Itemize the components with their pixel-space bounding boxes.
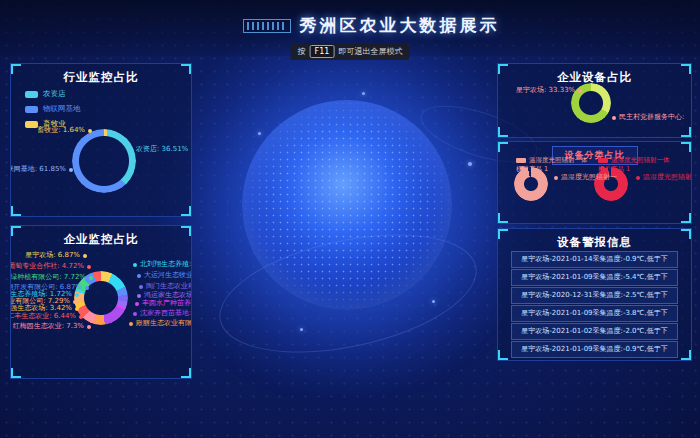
legend-item[interactable]: 农资店	[25, 89, 81, 99]
industry-ratio-panel: 行业监控占比 农资店 物联网基地 畜牧业 畜牧业: 1.64% 农资店: 36.…	[10, 63, 192, 217]
device-ratio-panel: 企业设备占比 星宇农场: 33.33% 民主村党群服务中心:	[497, 63, 692, 138]
chart-label: 星宇农场: 6.87%	[25, 252, 87, 259]
label-dot	[135, 302, 139, 306]
alarm-row[interactable]: 星宇农场-2021-01-14采集温度:-0.9℃,低于下限:0℃	[511, 251, 678, 268]
tip-prefix: 按	[298, 46, 306, 57]
device-classification-panel: 设备分类占比 温湿度光照辐射一体机类产品 1 温湿度光照辐射一体机类产品 1 温…	[497, 141, 692, 224]
f11-key: F11	[310, 45, 335, 58]
chart-label: 民主村党群服务中心:	[612, 114, 684, 121]
alarm-row[interactable]: 星宇农场-2021-01-09采集温度:-3.8℃,低于下限:0℃	[511, 305, 678, 322]
alarm-row[interactable]: 星宇农场-2020-12-31采集温度:-2.5℃,低于下限:0℃	[511, 287, 678, 304]
chart-label: 大运河生态牧业有限责任公	[137, 272, 192, 279]
industry-legend: 农资店 物联网基地 畜牧业	[25, 89, 81, 129]
legend-swatch	[598, 158, 608, 163]
chart-label: 北刘翔生态养殖: 11.16%	[133, 261, 192, 268]
label-dot	[87, 265, 91, 269]
legend-swatch	[25, 106, 38, 113]
label-dot	[554, 176, 558, 180]
label-dot	[83, 254, 87, 258]
chart-label: 温湿度光照辐射一	[636, 174, 692, 181]
alarm-row[interactable]: 星宇农场-2021-01-09采集温度:-5.4℃,低于下限:0℃	[511, 269, 678, 286]
chart-label: 物联网基地: 61.85%	[10, 166, 73, 173]
device-alarm-panel: 设备警报信息 星宇农场-2021-01-14采集温度:-0.9℃,低于下限:0℃…	[497, 228, 692, 361]
label-dot	[578, 89, 582, 93]
label-dot	[133, 312, 137, 316]
label-dot	[75, 293, 79, 297]
label-dot	[87, 325, 91, 329]
legend-swatch	[25, 121, 38, 128]
legend-label: 农资店	[43, 89, 66, 99]
label-dot	[129, 148, 133, 152]
label-dot	[137, 294, 141, 298]
legend-swatch	[516, 158, 526, 163]
chart-label: 沈家弄西苗基地: 15.02%	[133, 310, 192, 317]
fullscreen-tip: 按 F11 即可退出全屏模式	[291, 43, 410, 60]
chart-label: 李强生态农场: 3.42%	[10, 305, 79, 312]
legend-swatch	[25, 91, 38, 98]
chart-label: 家绿种植有限公司: 7.72%	[10, 274, 93, 281]
chart-label: 鸿运家生态农场: 4.29	[137, 292, 192, 299]
industry-panel-title: 行业监控占比	[11, 70, 191, 85]
label-dot	[79, 315, 83, 319]
enterprise-ratio-panel: 企业监控占比 星宇农场: 6.87% 红霞葡萄专业合作社: 4.72% 家绿种植…	[10, 225, 192, 379]
label-dot	[85, 286, 89, 290]
alarm-panel-title: 设备警报信息	[498, 235, 691, 250]
dashboard-root: 秀洲区农业大数据展示 按 F11 即可退出全屏模式 行业监控占比 农资店 物联网…	[0, 0, 700, 438]
satellite-dot	[600, 166, 605, 171]
tip-suffix: 即可退出全屏模式	[338, 46, 402, 57]
label-dot	[89, 276, 93, 280]
industry-donut-chart[interactable]	[72, 129, 136, 193]
chart-label: 仁丰生态农业: 6.44%	[10, 313, 83, 320]
label-dot	[133, 263, 137, 267]
chart-label: 丰圆水产种苗养殖场: 1.	[135, 300, 192, 307]
label-dot	[129, 322, 133, 326]
satellite-dot	[520, 166, 525, 171]
chart-label: 红梅园生态农业: 7.3%	[13, 323, 91, 330]
alarm-row[interactable]: 星宇农场-2021-01-02采集温度:-2.0℃,低于下限:0℃	[511, 323, 678, 340]
label-dot	[137, 274, 141, 278]
chart-label: 殿丽生态农业有限公司: 6.87%	[129, 320, 192, 327]
chart-label: 红霞葡萄专业合作社: 4.72%	[10, 263, 91, 270]
chart-label: 农资店: 36.51%	[129, 146, 188, 153]
brand-logo	[243, 19, 291, 33]
chart-label: 畜牧业: 1.64%	[37, 127, 92, 134]
legend-label: 物联网基地	[43, 104, 81, 114]
page-title: 秀洲区农业大数据展示	[300, 14, 500, 37]
label-dot	[88, 129, 92, 133]
classification-donut-left[interactable]	[514, 167, 548, 201]
label-dot	[73, 300, 77, 304]
label-dot	[69, 168, 73, 172]
label-dot	[612, 116, 616, 120]
alarm-row[interactable]: 星宇农场-2021-01-09采集温度:-0.9℃,低于下限:0℃	[511, 341, 678, 358]
enterprise-panel-title: 企业监控占比	[11, 232, 191, 247]
chart-label: 温湿度光照辐射一	[554, 174, 617, 181]
label-dot	[139, 285, 143, 289]
chart-label: 陶门生态农业科技有限公	[139, 283, 192, 290]
legend-item[interactable]: 物联网基地	[25, 104, 81, 114]
label-dot	[75, 307, 79, 311]
label-dot	[636, 176, 640, 180]
chart-label: 星宇农场: 33.33%	[516, 87, 582, 94]
